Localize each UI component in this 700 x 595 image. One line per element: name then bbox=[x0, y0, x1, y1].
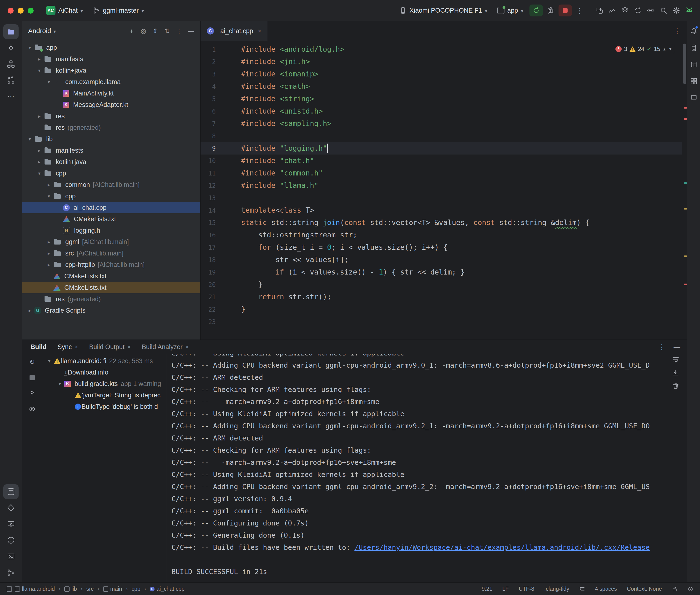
code-line[interactable]: 9#include "logging.h" bbox=[200, 142, 682, 154]
project-tree-row[interactable]: ▸common[AiChat.lib.main] bbox=[22, 179, 200, 191]
breadcrumb-cpp[interactable]: cpp bbox=[132, 586, 140, 592]
version-control-tool-icon[interactable] bbox=[3, 565, 19, 580]
project-tree-row[interactable]: ▸manifests bbox=[22, 145, 200, 156]
project-tree-row[interactable]: CMakeLists.txt bbox=[22, 271, 200, 282]
chevron-right-icon[interactable]: ▸ bbox=[35, 159, 44, 165]
expand-all-icon[interactable]: ⇕ bbox=[150, 26, 160, 36]
code-line[interactable]: 8 bbox=[200, 130, 682, 142]
sync-tree-row[interactable]: !'jvmTarget: String' is deprec bbox=[43, 390, 167, 401]
sync-tree-row[interactable]: ▾!llama.android: fi22 sec, 583 ms bbox=[43, 355, 167, 367]
collapse-all-icon[interactable]: ⇅ bbox=[163, 26, 172, 36]
code-line[interactable]: 21 return str.str(); bbox=[200, 291, 682, 303]
previous-issue-icon[interactable]: ▴ bbox=[663, 47, 666, 52]
project-tree-row[interactable]: res(generated) bbox=[22, 122, 200, 133]
build-variants-icon[interactable] bbox=[619, 4, 631, 17]
refresh-icon[interactable]: ↻ bbox=[27, 357, 37, 367]
project-tree-row[interactable]: ▾lib bbox=[22, 133, 200, 145]
project-tree-row[interactable]: ▾com.example.llama bbox=[22, 76, 200, 88]
code-line[interactable]: 14template<class T> bbox=[200, 204, 682, 217]
clang-tidy-widget[interactable]: .clang-tidy bbox=[544, 586, 569, 592]
more-tool-windows-icon[interactable]: ⋯ bbox=[3, 89, 19, 104]
project-tree-row[interactable]: logging.h bbox=[22, 225, 200, 236]
options-kebab-icon[interactable]: ⋮ bbox=[658, 343, 666, 351]
code-style-icon[interactable] bbox=[579, 586, 585, 592]
code-line[interactable]: 15static std::string join(const std::vec… bbox=[200, 217, 682, 229]
notifications-bell-icon[interactable] bbox=[688, 24, 699, 38]
debug-button[interactable] bbox=[545, 4, 556, 17]
options-kebab-icon[interactable]: ⋮ bbox=[174, 26, 184, 36]
build-console[interactable]: C/C++: -- Using KleidiAI optimized kerne… bbox=[167, 354, 688, 583]
error-stripe-mark[interactable] bbox=[684, 118, 687, 120]
clear-console-icon[interactable] bbox=[672, 382, 679, 390]
next-issue-icon[interactable]: ▾ bbox=[669, 47, 672, 52]
inspections-widget[interactable]: ! 3 ! 24 ✓ 15 ▴ ▾ bbox=[613, 44, 674, 54]
resource-manager-icon[interactable] bbox=[688, 58, 699, 72]
project-tree-row[interactable]: ▸ggml[AiChat.lib.main] bbox=[22, 236, 200, 248]
zoom-window-button[interactable] bbox=[28, 8, 34, 13]
eye-icon[interactable] bbox=[27, 404, 37, 414]
tab-build-analyzer[interactable]: Build Analyzer × bbox=[142, 343, 189, 351]
code-line[interactable]: 18 str << values[i]; bbox=[200, 254, 682, 266]
chevron-down-icon[interactable]: ▾ bbox=[44, 193, 53, 199]
encoding-widget[interactable]: UTF-8 bbox=[519, 586, 534, 592]
breadcrumb-file[interactable]: C ai_chat.cpp bbox=[150, 586, 185, 592]
error-stripe-mark[interactable] bbox=[684, 284, 687, 285]
search-everywhere-icon[interactable] bbox=[658, 4, 669, 17]
code-line[interactable]: 6#include <unistd.h> bbox=[200, 105, 682, 117]
chevron-down-icon[interactable]: ▾ bbox=[25, 45, 34, 51]
chevron-down-icon[interactable]: ▾ bbox=[35, 170, 44, 176]
status-info-icon[interactable] bbox=[688, 586, 693, 592]
run-configuration-selector[interactable]: app ▾ bbox=[494, 3, 527, 18]
caret-position-widget[interactable]: 9:21 bbox=[482, 586, 492, 592]
pin-icon[interactable] bbox=[27, 389, 37, 398]
scrollbar-thumb[interactable] bbox=[683, 44, 686, 84]
vcs-branch-widget[interactable]: ggml-master ▾ bbox=[89, 3, 148, 18]
hide-panel-icon[interactable]: — bbox=[186, 26, 196, 36]
code-area[interactable]: 1#include <android/log.h>2#include <jni.… bbox=[200, 41, 682, 340]
minimize-window-button[interactable] bbox=[18, 8, 24, 13]
breadcrumb-src[interactable]: src bbox=[86, 586, 93, 592]
device-explorer-icon[interactable] bbox=[688, 41, 699, 55]
warning-stripe-mark[interactable] bbox=[684, 208, 687, 209]
chevron-down-icon[interactable]: ▾ bbox=[45, 358, 54, 364]
commit-tool-icon[interactable] bbox=[3, 40, 19, 55]
code-line[interactable]: 10#include "chat.h" bbox=[200, 154, 682, 167]
link-share-icon[interactable] bbox=[645, 4, 656, 17]
code-line[interactable]: 2#include <jni.h> bbox=[200, 55, 682, 68]
code-line[interactable]: 17 for (size_t i = 0; i < values.size();… bbox=[200, 241, 682, 254]
chevron-down-icon[interactable]: ▾ bbox=[25, 136, 34, 142]
code-line[interactable]: 19 if (i < values.size() - 1) { str << d… bbox=[200, 266, 682, 278]
chevron-right-icon[interactable]: ▸ bbox=[44, 262, 53, 267]
chevron-right-icon[interactable]: ▸ bbox=[44, 182, 53, 188]
close-icon[interactable]: × bbox=[258, 27, 261, 35]
chevron-down-icon[interactable]: ▾ bbox=[55, 381, 64, 387]
tab-build-output[interactable]: Build Output × bbox=[89, 343, 131, 351]
sync-tree-row[interactable]: ↓Download info bbox=[43, 367, 167, 378]
warning-stripe-mark[interactable] bbox=[684, 255, 687, 257]
studio-bot-icon[interactable] bbox=[684, 4, 695, 17]
project-tree-row[interactable]: ▾app bbox=[22, 42, 200, 53]
project-tree-row[interactable]: ▸Gradle Scripts bbox=[22, 305, 200, 316]
code-line[interactable]: 11#include "common.h" bbox=[200, 167, 682, 179]
settings-gear-icon[interactable] bbox=[671, 4, 682, 17]
hide-panel-icon[interactable]: — bbox=[674, 343, 680, 351]
close-icon[interactable]: × bbox=[128, 344, 131, 350]
project-widget[interactable]: AC AiChat ▾ bbox=[42, 3, 87, 18]
stop-button[interactable] bbox=[559, 4, 572, 17]
project-tree-row[interactable]: MessageAdapter.kt bbox=[22, 99, 200, 111]
project-tree-row[interactable]: ▸kotlin+java bbox=[22, 156, 200, 168]
chevron-down-icon[interactable]: ▾ bbox=[35, 67, 44, 73]
chevron-right-icon[interactable]: ▸ bbox=[25, 308, 34, 313]
change-stripe-mark[interactable] bbox=[684, 182, 687, 184]
more-actions-button[interactable]: ⋮ bbox=[574, 4, 585, 17]
device-mirroring-icon[interactable] bbox=[594, 4, 605, 17]
sync-tree-row[interactable]: iBuildType 'debug' is both d bbox=[43, 401, 167, 413]
project-tree-row[interactable]: ▾cpp bbox=[22, 168, 200, 179]
build-tool-icon[interactable] bbox=[3, 484, 19, 499]
editor-tab-ai-chat-cpp[interactable]: ai_chat.cpp × bbox=[200, 21, 268, 41]
project-tree-row[interactable]: ▸cpp-httplib[AiChat.lib.main] bbox=[22, 259, 200, 271]
terminal-tool-icon[interactable] bbox=[3, 549, 19, 564]
breadcrumb-lib[interactable]: lib bbox=[64, 586, 77, 592]
line-ending-widget[interactable]: LF bbox=[502, 586, 509, 592]
close-icon[interactable]: × bbox=[75, 344, 78, 350]
